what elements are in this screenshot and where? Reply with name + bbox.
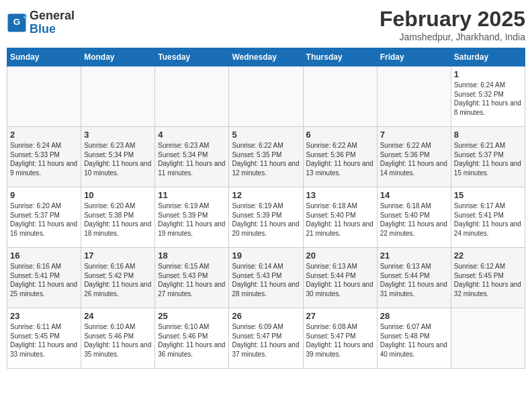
day-number: 21 <box>380 250 448 261</box>
day-number: 2 <box>10 130 78 140</box>
calendar-cell: 6Sunrise: 6:22 AM Sunset: 5:36 PM Daylig… <box>303 127 377 187</box>
day-info: Sunrise: 6:18 AM Sunset: 5:40 PM Dayligh… <box>380 201 448 238</box>
logo: G General Blue <box>7 9 75 36</box>
day-info: Sunrise: 6:23 AM Sunset: 5:34 PM Dayligh… <box>84 141 152 177</box>
day-number: 12 <box>232 190 300 200</box>
calendar-cell: 2Sunrise: 6:24 AM Sunset: 5:33 PM Daylig… <box>7 127 81 187</box>
calendar-cell: 11Sunrise: 6:19 AM Sunset: 5:39 PM Dayli… <box>155 187 229 248</box>
calendar-cell: 27Sunrise: 6:08 AM Sunset: 5:47 PM Dayli… <box>303 308 377 369</box>
day-number: 10 <box>84 190 152 200</box>
day-number: 6 <box>306 130 374 140</box>
header-tuesday: Tuesday <box>155 48 229 66</box>
calendar-cell: 19Sunrise: 6:14 AM Sunset: 5:43 PM Dayli… <box>229 248 303 308</box>
calendar-cell <box>229 66 303 127</box>
day-info: Sunrise: 6:11 AM Sunset: 5:45 PM Dayligh… <box>10 322 78 359</box>
day-number: 8 <box>454 130 522 140</box>
day-info: Sunrise: 6:22 AM Sunset: 5:36 PM Dayligh… <box>380 141 448 177</box>
page-header: G General Blue February 2025 Jamshedpur,… <box>7 7 525 42</box>
day-number: 14 <box>380 190 448 200</box>
day-info: Sunrise: 6:24 AM Sunset: 5:33 PM Dayligh… <box>10 141 78 177</box>
header-thursday: Thursday <box>303 48 377 66</box>
day-info: Sunrise: 6:07 AM Sunset: 5:48 PM Dayligh… <box>380 322 448 359</box>
header-friday: Friday <box>377 48 451 66</box>
week-row-1: 2Sunrise: 6:24 AM Sunset: 5:33 PM Daylig… <box>7 127 525 187</box>
calendar-cell: 3Sunrise: 6:23 AM Sunset: 5:34 PM Daylig… <box>81 127 155 187</box>
day-number: 7 <box>380 130 448 140</box>
day-number: 22 <box>454 250 522 261</box>
day-number: 17 <box>84 250 152 261</box>
day-info: Sunrise: 6:13 AM Sunset: 5:44 PM Dayligh… <box>306 262 374 298</box>
calendar-cell: 7Sunrise: 6:22 AM Sunset: 5:36 PM Daylig… <box>377 127 451 187</box>
calendar-cell: 9Sunrise: 6:20 AM Sunset: 5:37 PM Daylig… <box>7 187 81 248</box>
calendar-cell: 25Sunrise: 6:10 AM Sunset: 5:46 PM Dayli… <box>155 308 229 369</box>
calendar-cell <box>81 66 155 127</box>
week-row-2: 9Sunrise: 6:20 AM Sunset: 5:37 PM Daylig… <box>7 187 525 248</box>
calendar-cell <box>303 66 377 127</box>
day-info: Sunrise: 6:20 AM Sunset: 5:37 PM Dayligh… <box>10 201 78 238</box>
day-number: 15 <box>454 190 522 200</box>
logo-line1: General <box>30 9 75 23</box>
month-title: February 2025 <box>380 7 525 32</box>
day-info: Sunrise: 6:19 AM Sunset: 5:39 PM Dayligh… <box>158 201 226 238</box>
day-number: 20 <box>306 250 374 261</box>
day-info: Sunrise: 6:15 AM Sunset: 5:43 PM Dayligh… <box>158 262 226 298</box>
calendar-cell: 23Sunrise: 6:11 AM Sunset: 5:45 PM Dayli… <box>7 308 81 369</box>
calendar-cell: 4Sunrise: 6:23 AM Sunset: 5:34 PM Daylig… <box>155 127 229 187</box>
day-info: Sunrise: 6:08 AM Sunset: 5:47 PM Dayligh… <box>306 322 374 359</box>
calendar-cell: 20Sunrise: 6:13 AM Sunset: 5:44 PM Dayli… <box>303 248 377 308</box>
day-number: 16 <box>10 250 78 261</box>
day-info: Sunrise: 6:14 AM Sunset: 5:43 PM Dayligh… <box>232 262 300 298</box>
day-info: Sunrise: 6:19 AM Sunset: 5:39 PM Dayligh… <box>232 201 300 238</box>
day-info: Sunrise: 6:16 AM Sunset: 5:41 PM Dayligh… <box>10 262 78 298</box>
calendar-cell <box>7 66 81 127</box>
calendar-cell: 8Sunrise: 6:21 AM Sunset: 5:37 PM Daylig… <box>451 127 525 187</box>
svg-text:G: G <box>13 17 21 27</box>
day-number: 24 <box>84 311 152 321</box>
calendar-cell: 17Sunrise: 6:16 AM Sunset: 5:42 PM Dayli… <box>81 248 155 308</box>
calendar-cell <box>377 66 451 127</box>
calendar-cell: 14Sunrise: 6:18 AM Sunset: 5:40 PM Dayli… <box>377 187 451 248</box>
day-number: 5 <box>232 130 300 140</box>
calendar-cell <box>155 66 229 127</box>
week-row-3: 16Sunrise: 6:16 AM Sunset: 5:41 PM Dayli… <box>7 248 525 308</box>
day-number: 26 <box>232 311 300 321</box>
calendar-header-row: SundayMondayTuesdayWednesdayThursdayFrid… <box>7 48 525 66</box>
calendar-cell: 24Sunrise: 6:10 AM Sunset: 5:46 PM Dayli… <box>81 308 155 369</box>
day-number: 23 <box>10 311 78 321</box>
day-number: 9 <box>10 190 78 200</box>
day-number: 28 <box>380 311 448 321</box>
calendar-cell: 13Sunrise: 6:18 AM Sunset: 5:40 PM Dayli… <box>303 187 377 248</box>
day-number: 13 <box>306 190 374 200</box>
header-saturday: Saturday <box>451 48 525 66</box>
day-info: Sunrise: 6:24 AM Sunset: 5:32 PM Dayligh… <box>454 81 522 117</box>
calendar-cell: 1Sunrise: 6:24 AM Sunset: 5:32 PM Daylig… <box>451 66 525 127</box>
day-info: Sunrise: 6:23 AM Sunset: 5:34 PM Dayligh… <box>158 141 226 177</box>
day-info: Sunrise: 6:09 AM Sunset: 5:47 PM Dayligh… <box>232 322 300 359</box>
day-info: Sunrise: 6:20 AM Sunset: 5:38 PM Dayligh… <box>84 201 152 238</box>
calendar-cell: 10Sunrise: 6:20 AM Sunset: 5:38 PM Dayli… <box>81 187 155 248</box>
day-number: 27 <box>306 311 374 321</box>
calendar-cell <box>451 308 525 369</box>
header-wednesday: Wednesday <box>229 48 303 66</box>
day-number: 18 <box>158 250 226 261</box>
calendar-cell: 22Sunrise: 6:12 AM Sunset: 5:45 PM Dayli… <box>451 248 525 308</box>
logo-line2: Blue <box>30 23 75 36</box>
day-info: Sunrise: 6:16 AM Sunset: 5:42 PM Dayligh… <box>84 262 152 298</box>
week-row-4: 23Sunrise: 6:11 AM Sunset: 5:45 PM Dayli… <box>7 308 525 369</box>
week-row-0: 1Sunrise: 6:24 AM Sunset: 5:32 PM Daylig… <box>7 66 525 127</box>
day-info: Sunrise: 6:22 AM Sunset: 5:35 PM Dayligh… <box>232 141 300 177</box>
day-number: 25 <box>158 311 226 321</box>
day-number: 19 <box>232 250 300 261</box>
day-info: Sunrise: 6:22 AM Sunset: 5:36 PM Dayligh… <box>306 141 374 177</box>
calendar-cell: 26Sunrise: 6:09 AM Sunset: 5:47 PM Dayli… <box>229 308 303 369</box>
header-sunday: Sunday <box>7 48 81 66</box>
header-monday: Monday <box>81 48 155 66</box>
calendar-body: 1Sunrise: 6:24 AM Sunset: 5:32 PM Daylig… <box>7 66 525 369</box>
calendar-cell: 12Sunrise: 6:19 AM Sunset: 5:39 PM Dayli… <box>229 187 303 248</box>
calendar-cell: 15Sunrise: 6:17 AM Sunset: 5:41 PM Dayli… <box>451 187 525 248</box>
day-info: Sunrise: 6:21 AM Sunset: 5:37 PM Dayligh… <box>454 141 522 177</box>
calendar-cell: 21Sunrise: 6:13 AM Sunset: 5:44 PM Dayli… <box>377 248 451 308</box>
logo-icon: G <box>7 13 27 33</box>
day-info: Sunrise: 6:12 AM Sunset: 5:45 PM Dayligh… <box>454 262 522 298</box>
calendar-cell: 5Sunrise: 6:22 AM Sunset: 5:35 PM Daylig… <box>229 127 303 187</box>
